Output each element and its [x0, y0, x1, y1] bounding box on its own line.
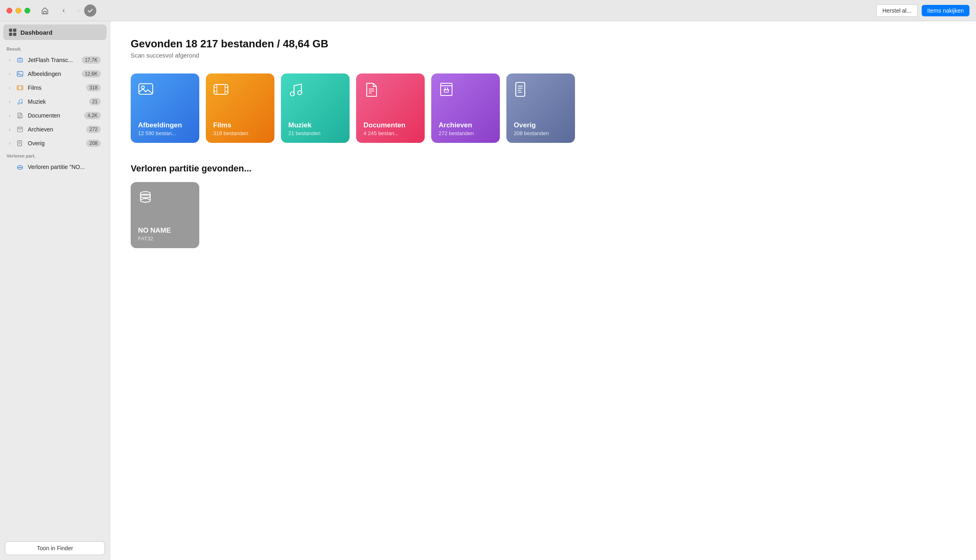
- category-card-afbeeldingen[interactable]: Afbeeldingen 12 590 bestan...: [131, 73, 199, 143]
- films-card-count: 318 bestanden: [213, 130, 267, 136]
- dashboard-icon: [9, 29, 16, 36]
- svg-rect-5: [17, 86, 23, 90]
- svg-point-50: [140, 192, 150, 196]
- muziek-card-text: Muziek 21 bestanden: [288, 121, 342, 136]
- afbeeldingen-card-icon: [138, 82, 192, 100]
- archieven-label: Archieven: [28, 126, 86, 133]
- muziek-label: Muziek: [28, 98, 89, 105]
- chevron-icon: ›: [9, 141, 14, 146]
- afbeeldingen-card-text: Afbeeldingen 12 590 bestan...: [138, 121, 192, 136]
- image-icon: [16, 69, 25, 78]
- chevron-icon: ›: [9, 86, 14, 90]
- films-card-name: Films: [213, 121, 267, 129]
- muziek-badge: 21: [89, 98, 101, 105]
- jetflash-label: JetFlash Transc...: [28, 57, 82, 63]
- afbeeldingen-label: Afbeeldingen: [28, 71, 82, 77]
- sidebar-item-muziek[interactable]: › Muziek 21: [3, 95, 107, 108]
- back-button[interactable]: ‹: [58, 5, 69, 16]
- afbeeldingen-card-count: 12 590 bestan...: [138, 130, 192, 136]
- sidebar-item-documenten[interactable]: › Documenten 4,2K: [3, 109, 107, 122]
- svg-rect-3: [17, 71, 23, 76]
- svg-point-4: [18, 73, 20, 74]
- result-section-label: Result.: [0, 43, 110, 53]
- sidebar-bottom: Toon in Finder: [0, 536, 110, 560]
- music-icon: [16, 97, 25, 106]
- afbeeldingen-card-name: Afbeeldingen: [138, 121, 192, 129]
- sidebar-item-afbeeldingen[interactable]: › Afbeeldingen 12,6K: [3, 67, 107, 80]
- maximize-button[interactable]: [25, 8, 30, 13]
- overig-card-icon: [514, 82, 568, 100]
- svg-rect-1: [18, 59, 22, 61]
- category-card-films[interactable]: Films 318 bestanden: [206, 73, 274, 143]
- sidebar-item-films[interactable]: › Films 318: [3, 81, 107, 94]
- category-card-muziek[interactable]: Muziek 21 bestanden: [281, 73, 350, 143]
- overig-card-text: Overig 208 bestanden: [514, 121, 568, 136]
- svg-rect-2: [19, 58, 21, 59]
- jetflash-badge: 17,7K: [82, 56, 101, 64]
- svg-point-13: [21, 102, 22, 104]
- svg-rect-41: [441, 86, 452, 96]
- sidebar-item-dashboard[interactable]: Dashboard: [3, 24, 107, 40]
- chevron-icon: ›: [9, 113, 14, 118]
- partition-heading: Verloren partitie gevonden...: [131, 163, 956, 174]
- films-card-text: Films 318 bestanden: [213, 121, 267, 136]
- result-heading: Gevonden 18 217 bestanden / 48,64 GB: [131, 38, 956, 50]
- muziek-card-count: 21 bestanden: [288, 130, 342, 136]
- category-card-archieven[interactable]: Archieven 272 bestanden: [431, 73, 500, 143]
- other-icon: [16, 139, 25, 148]
- category-card-documenten[interactable]: Documenten 4 245 bestan...: [356, 73, 425, 143]
- archieven-card-icon: [439, 82, 492, 100]
- forward-button[interactable]: ›: [73, 5, 84, 16]
- svg-rect-43: [516, 82, 525, 96]
- films-label: Films: [28, 84, 86, 91]
- titlebar: ‹ › Herstel al... Items nakijken: [0, 0, 976, 21]
- svg-point-12: [18, 103, 20, 104]
- result-subheading: Scan succesvol afgerond: [131, 52, 956, 59]
- muziek-card-icon: [288, 82, 342, 100]
- sidebar: Dashboard Result. › JetFlash Transc... 1…: [0, 21, 110, 560]
- herstel-button[interactable]: Herstel al...: [876, 4, 918, 17]
- toolbar-right: Herstel al... Items nakijken: [876, 4, 969, 17]
- close-button[interactable]: [7, 8, 12, 13]
- overig-card-name: Overig: [514, 121, 568, 129]
- partition-card-name: NO NAME: [138, 227, 192, 235]
- partition-card-noname[interactable]: NO NAME FAT32: [131, 182, 199, 248]
- verloren-partitie-label: Verloren partitie "NO...: [28, 164, 101, 170]
- documenten-card-icon: [363, 82, 417, 100]
- archieven-card-count: 272 bestanden: [439, 130, 492, 136]
- app-body: Dashboard Result. › JetFlash Transc... 1…: [0, 21, 976, 560]
- document-icon: [16, 111, 25, 120]
- films-badge: 318: [86, 84, 101, 91]
- nakijken-button[interactable]: Items nakijken: [922, 5, 969, 16]
- status-check-button[interactable]: [84, 4, 96, 17]
- partition-drive-icon: [16, 162, 25, 171]
- overig-card-count: 208 bestanden: [514, 130, 568, 136]
- minimize-button[interactable]: [16, 8, 21, 13]
- chevron-icon: ›: [9, 127, 14, 132]
- category-cards: Afbeeldingen 12 590 bestan...: [131, 73, 956, 143]
- documenten-badge: 4,2K: [84, 112, 101, 119]
- archieven-badge: 272: [86, 126, 101, 133]
- archive-icon: [16, 125, 25, 134]
- partition-card-icon: [138, 190, 192, 208]
- lost-section-label: Verloren part.: [0, 150, 110, 160]
- archieven-card-name: Archieven: [439, 121, 492, 129]
- drive-icon: [16, 56, 25, 64]
- archieven-card-text: Archieven 272 bestanden: [439, 121, 492, 136]
- chevron-icon: ›: [9, 100, 14, 104]
- home-button[interactable]: [38, 4, 51, 17]
- sidebar-item-jetflash[interactable]: › JetFlash Transc... 17,7K: [3, 53, 107, 67]
- film-icon: [16, 83, 25, 92]
- documenten-card-text: Documenten 4 245 bestan...: [363, 121, 417, 136]
- chevron-icon: ›: [9, 72, 14, 76]
- toon-finder-button[interactable]: Toon in Finder: [5, 541, 105, 555]
- afbeeldingen-badge: 12,6K: [82, 70, 101, 78]
- sidebar-item-archieven[interactable]: › Archieven 272: [3, 123, 107, 136]
- partition-card-text: NO NAME FAT32: [138, 227, 192, 242]
- overig-label: Overig: [28, 140, 86, 147]
- sidebar-item-verloren-partitie[interactable]: › Verloren partitie "NO...: [3, 160, 107, 173]
- muziek-card-name: Muziek: [288, 121, 342, 129]
- sidebar-item-overig[interactable]: › Overig 208: [3, 137, 107, 150]
- dashboard-label: Dashboard: [20, 29, 52, 36]
- category-card-overig[interactable]: Overig 208 bestanden: [506, 73, 575, 143]
